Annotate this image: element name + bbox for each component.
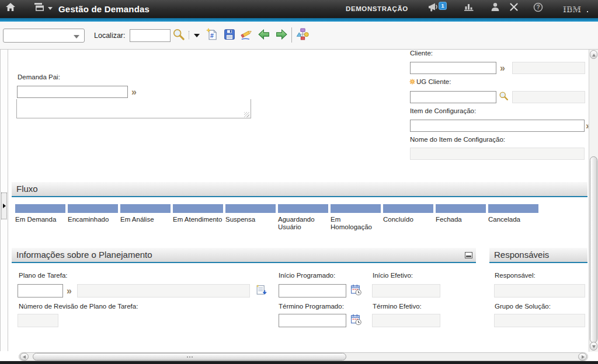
fluxo-state: Em Análise bbox=[120, 204, 171, 231]
scroll-down-button[interactable] bbox=[590, 342, 597, 351]
clear-changes-button[interactable] bbox=[240, 28, 253, 41]
termino-programado-datetime-button[interactable] bbox=[350, 314, 362, 328]
ug-cliente-display-field bbox=[512, 91, 585, 103]
fluxo-state-label: Aguardando Usuário bbox=[278, 216, 315, 230]
magnifier-icon bbox=[499, 91, 509, 101]
thumb-grip-dots bbox=[189, 356, 190, 358]
grupo-solucao-label: Grupo de Solução: bbox=[495, 303, 551, 310]
search-button[interactable] bbox=[172, 28, 185, 41]
termino-efetivo-label: Término Efetivo: bbox=[373, 303, 422, 310]
new-record-button[interactable]: # bbox=[206, 28, 218, 41]
numero-revisao-label: Número de Revisão de Plano de Tarefa: bbox=[19, 303, 138, 310]
termino-efetivo-field bbox=[372, 314, 440, 327]
fluxo-state-label: Em Atendimento bbox=[173, 216, 222, 223]
textarea-resize-grip[interactable] bbox=[244, 112, 249, 117]
inicio-programado-datetime-button[interactable] bbox=[350, 284, 362, 298]
long-description-textarea[interactable] bbox=[16, 99, 251, 118]
fluxo-state: Em Demanda bbox=[15, 204, 65, 231]
window-bottom-edge bbox=[0, 361, 598, 364]
find-label: Localizar: bbox=[94, 32, 126, 40]
inicio-efetivo-label: Início Efetivo: bbox=[373, 272, 413, 279]
bar-chart-icon bbox=[464, 2, 474, 11]
fluxo-state: Cancelada bbox=[488, 204, 538, 231]
caret-right-icon bbox=[582, 355, 585, 359]
close-button[interactable] bbox=[509, 2, 523, 16]
app-switcher-caret-icon bbox=[48, 7, 53, 10]
arrow-left-icon bbox=[258, 28, 270, 41]
cliente-label: Cliente: bbox=[410, 50, 433, 57]
ug-cliente-input[interactable] bbox=[410, 91, 496, 103]
fluxo-state: Concluído bbox=[383, 204, 433, 231]
select-plano-tarefa-button[interactable] bbox=[255, 284, 267, 299]
item-configuracao-label: Item de Configuração: bbox=[410, 107, 476, 114]
cliente-detail-menu-icon[interactable]: » bbox=[500, 64, 505, 72]
scroll-up-button[interactable] bbox=[590, 50, 597, 59]
profile-button[interactable] bbox=[491, 2, 505, 16]
queries-select[interactable] bbox=[3, 29, 85, 43]
item-configuracao-input[interactable] bbox=[410, 120, 585, 132]
fluxo-state: Aguardando Usuário bbox=[278, 204, 328, 231]
fluxo-state: Encaminhado bbox=[68, 204, 118, 231]
cliente-input[interactable] bbox=[410, 62, 496, 74]
plano-tarefa-descricao-field bbox=[77, 284, 250, 298]
grupo-solucao-field bbox=[494, 314, 585, 327]
responsaveis-section-title: Responsáveis bbox=[494, 250, 549, 260]
reports-button[interactable] bbox=[464, 2, 478, 16]
svg-text:#: # bbox=[210, 33, 214, 39]
responsavel-field bbox=[494, 284, 585, 298]
cliente-display-field bbox=[512, 62, 585, 74]
fluxo-state-label: Encaminhado bbox=[68, 216, 109, 223]
panel-splitter-handle[interactable] bbox=[1, 192, 7, 219]
search-options-caret[interactable] bbox=[194, 34, 200, 37]
termino-programado-input[interactable] bbox=[279, 314, 346, 327]
home-icon bbox=[5, 2, 16, 12]
caret-down-icon bbox=[592, 345, 596, 348]
planejamento-section-title: Informações sobre o Planejamento bbox=[16, 250, 152, 260]
planejamento-minimize-button[interactable] bbox=[465, 252, 472, 258]
fluxo-section-title: Fluxo bbox=[16, 184, 38, 194]
find-input[interactable] bbox=[130, 29, 171, 42]
ug-cliente-select-value-button[interactable] bbox=[499, 91, 509, 103]
fluxo-state-bar bbox=[488, 204, 538, 213]
fluxo-state: Em Atendimento bbox=[173, 204, 223, 231]
environment-label: DEMONSTRAÇÃO bbox=[346, 5, 408, 12]
horizontal-scroll-thumb[interactable] bbox=[33, 353, 346, 360]
inicio-programado-label: Início Programado: bbox=[279, 272, 335, 279]
select-plan-icon bbox=[255, 284, 267, 296]
vertical-scrollbar[interactable] bbox=[589, 50, 598, 352]
responsavel-label: Responsável: bbox=[495, 272, 536, 279]
home-button[interactable] bbox=[5, 2, 19, 16]
next-record-button[interactable] bbox=[275, 28, 288, 41]
scroll-right-button[interactable] bbox=[578, 353, 587, 360]
queries-caret-icon bbox=[74, 35, 79, 38]
planejamento-section-header: Informações sobre o Planejamento bbox=[12, 248, 476, 263]
help-icon: ? bbox=[533, 2, 543, 12]
inicio-programado-input[interactable] bbox=[279, 284, 346, 298]
plano-tarefa-input[interactable] bbox=[18, 284, 63, 298]
demanda-pai-input[interactable] bbox=[17, 86, 128, 98]
workflow-button[interactable] bbox=[296, 28, 309, 41]
search-separator bbox=[189, 31, 189, 39]
nome-item-configuracao-label: Nome do Item de Configuração: bbox=[410, 136, 505, 143]
plano-tarefa-detail-menu-icon[interactable]: » bbox=[67, 287, 72, 295]
app-switcher-button[interactable] bbox=[34, 2, 54, 16]
demanda-pai-label: Demanda Pai: bbox=[18, 74, 60, 80]
notification-badge: 1 bbox=[439, 2, 447, 10]
fluxo-state-label: Suspensa bbox=[225, 216, 255, 223]
ug-cliente-label: UG Cliente: bbox=[416, 78, 451, 85]
fluxo-state: Em Homologação bbox=[331, 204, 381, 231]
help-button[interactable]: ? bbox=[533, 2, 547, 16]
caret-left-icon bbox=[23, 355, 26, 359]
horizontal-scrollbar[interactable] bbox=[19, 352, 588, 361]
scroll-left-button[interactable] bbox=[20, 353, 29, 360]
fluxo-section-header: Fluxo bbox=[12, 182, 587, 197]
previous-record-button[interactable] bbox=[258, 28, 270, 41]
demanda-pai-detail-menu-icon[interactable]: » bbox=[131, 88, 137, 96]
numero-revisao-field bbox=[18, 314, 58, 327]
close-icon bbox=[509, 2, 519, 12]
applications-icon bbox=[34, 2, 45, 11]
vertical-scroll-thumb[interactable] bbox=[590, 156, 597, 343]
save-icon bbox=[223, 28, 236, 41]
caret-up-icon bbox=[592, 54, 596, 57]
save-button[interactable] bbox=[223, 28, 236, 41]
